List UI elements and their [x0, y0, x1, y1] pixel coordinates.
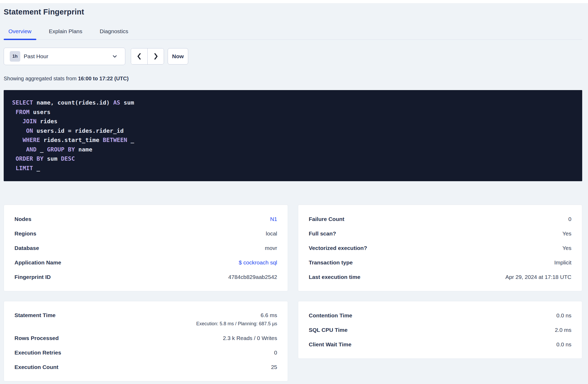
next-time-button[interactable]	[147, 48, 164, 64]
sql-text: users.id = rides.rider_id	[33, 127, 123, 134]
stat-label: Statement Time	[14, 312, 56, 319]
tab-bar: Overview Explain Plans Diagnostics	[4, 25, 582, 40]
stat-label: Transaction type	[309, 259, 353, 266]
tab-diagnostics[interactable]: Diagnostics	[95, 25, 133, 40]
stat-label: Vectorized execution?	[309, 245, 367, 252]
stat-row-application-name: Application Name $ cockroach sql	[14, 255, 277, 270]
stat-subvalue: Execution: 5.8 ms / Planning: 687.5 µs	[196, 321, 277, 327]
sql-line: JOIN rides	[12, 117, 574, 126]
stat-value: Apr 29, 2024 at 17:18 UTC	[505, 274, 571, 280]
chevron-down-icon	[111, 53, 118, 60]
now-button[interactable]: Now	[168, 48, 188, 65]
sql-text: _	[37, 146, 47, 153]
stat-value: 25	[271, 364, 277, 371]
aggregated-stats-note: Showing aggregated stats from 16:00 to 1…	[4, 75, 582, 82]
stat-label: Contention Time	[309, 312, 352, 319]
sql-text: _	[33, 165, 40, 171]
sql-statement-box: SELECT name, count(rides.id) AS sum FROM…	[4, 90, 582, 181]
time-range-badge: 1h	[10, 51, 20, 62]
sql-keyword: LIMIT	[16, 165, 33, 171]
sql-text	[12, 109, 16, 115]
stat-row-full-scan: Full scan? Yes	[309, 226, 571, 241]
stat-value: 4784cb829aab2542	[228, 274, 277, 280]
statement-details-card: Nodes N1 Regions local Database movr App…	[4, 205, 288, 291]
chevron-left-icon	[136, 52, 143, 61]
sql-line: SELECT name, count(rides.id) AS sum	[12, 98, 574, 107]
sql-keyword: SELECT	[12, 99, 33, 106]
stat-label: Full scan?	[309, 230, 336, 237]
tab-overview[interactable]: Overview	[4, 25, 36, 40]
sql-keyword: JOIN	[23, 118, 37, 125]
stats-note-prefix: Showing aggregated stats from	[4, 76, 78, 81]
sql-line: FROM users	[12, 107, 574, 117]
sql-keyword: AS	[113, 99, 120, 106]
sql-text: name	[75, 146, 92, 153]
stat-label: Regions	[14, 230, 36, 237]
stat-row-database: Database movr	[14, 241, 277, 255]
sql-line: WHERE rides.start_time BETWEEN _	[12, 135, 574, 145]
sql-text	[12, 155, 16, 162]
stat-label: Failure Count	[309, 216, 344, 223]
page-title: Statement Fingerprint	[4, 7, 582, 16]
time-pager	[131, 48, 164, 65]
prev-time-button[interactable]	[131, 48, 147, 64]
statement-times-card: Statement Time 6.6 ms Execution: 5.8 ms …	[4, 301, 288, 381]
stat-value: local	[266, 230, 277, 237]
wait-times-card: Contention Time 0.0 ns SQL CPU Time 2.0 …	[298, 301, 582, 359]
statement-fingerprint-page: Statement Fingerprint Overview Explain P…	[4, 7, 582, 381]
stat-label: Fingerprint ID	[14, 274, 51, 280]
top-strip	[0, 0, 588, 3]
stat-row-last-execution: Last execution time Apr 29, 2024 at 17:1…	[309, 270, 571, 284]
stat-row-sql-cpu-time: SQL CPU Time 2.0 ms	[309, 323, 571, 337]
stat-label: Execution Retries	[14, 349, 61, 356]
stat-row-transaction-type: Transaction type Implicit	[309, 255, 571, 270]
stat-label: Client Wait Time	[309, 341, 351, 348]
sql-line: AND _ GROUP BY name	[12, 145, 574, 154]
sql-keyword: FROM	[16, 109, 29, 115]
stat-label: Application Name	[14, 259, 61, 266]
app-name-link[interactable]: $ cockroach sql	[239, 259, 277, 266]
time-range-label: Past Hour	[24, 53, 48, 60]
stat-value: Implicit	[554, 259, 571, 266]
chevron-right-icon	[152, 52, 160, 61]
stat-label: Last execution time	[309, 274, 360, 280]
stat-row-client-wait-time: Client Wait Time 0.0 ns	[309, 337, 571, 352]
tab-explain-plans[interactable]: Explain Plans	[44, 25, 87, 40]
time-range-dropdown[interactable]: 1h Past Hour	[4, 48, 125, 65]
sql-text: sum	[43, 155, 61, 162]
time-controls: 1h Past Hour	[4, 48, 582, 65]
stat-label: Execution Count	[14, 364, 58, 371]
stat-value: 0.0 ns	[556, 312, 571, 319]
sql-text	[12, 146, 26, 153]
sql-keyword: AND	[26, 146, 37, 153]
execution-attributes-card: Failure Count 0 Full scan? Yes Vectorize…	[298, 205, 582, 291]
stat-label: Rows Processed	[14, 335, 59, 342]
stat-label: SQL CPU Time	[309, 327, 347, 333]
sql-text: sum	[120, 99, 134, 106]
stats-note-range: 16:00 to 17:22 (UTC)	[78, 76, 128, 81]
sql-keyword: GROUP BY	[47, 146, 75, 153]
stat-value: 2.3 k Reads / 0 Writes	[223, 335, 277, 342]
stat-row-execution-count: Execution Count 25	[14, 360, 277, 374]
node-link[interactable]: N1	[270, 216, 277, 223]
stat-row-vectorized: Vectorized execution? Yes	[309, 241, 571, 255]
sql-text	[12, 165, 16, 171]
stat-row-fingerprint-id: Fingerprint ID 4784cb829aab2542	[14, 270, 277, 284]
sql-line: ORDER BY sum DESC	[12, 154, 574, 164]
sql-text: name, count(rides.id)	[33, 99, 113, 106]
sql-text	[12, 127, 26, 134]
stat-row-statement-time: Statement Time 6.6 ms Execution: 5.8 ms …	[14, 308, 277, 331]
sql-code: SELECT name, count(rides.id) AS sum FROM…	[12, 98, 574, 173]
stat-value: movr	[265, 245, 277, 252]
sql-keyword: ORDER BY	[16, 155, 43, 162]
stat-label: Nodes	[14, 216, 31, 223]
stat-value: 6.6 ms	[196, 312, 277, 319]
stat-row-nodes: Nodes N1	[14, 212, 277, 226]
stat-row-rows-processed: Rows Processed 2.3 k Reads / 0 Writes	[14, 331, 277, 345]
sql-text	[12, 137, 23, 143]
sql-text: rides.start_time	[40, 137, 103, 143]
sql-keyword: ON	[26, 127, 33, 134]
stat-value: Yes	[562, 230, 571, 237]
stat-cards-grid: Nodes N1 Regions local Database movr App…	[4, 205, 582, 381]
sql-line: LIMIT _	[12, 164, 574, 173]
